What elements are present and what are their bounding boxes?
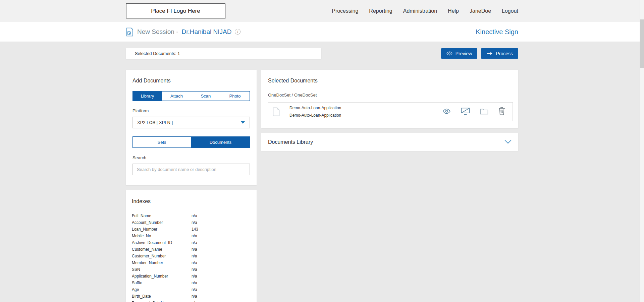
index-label: Document_Set_Name: [132, 300, 192, 302]
index-value: n/a: [192, 239, 197, 246]
nav-item-logout[interactable]: Logout: [502, 8, 518, 14]
index-label: Account_Number: [132, 219, 192, 226]
index-label: Birth_Date: [132, 293, 192, 300]
indexes-title: Indexes: [132, 198, 251, 204]
document-description: Demo-Auto-Loan-Application: [289, 113, 341, 118]
document-icon: [273, 107, 280, 116]
index-row: Suffixn/a: [132, 280, 251, 286]
index-row: Document_Set_Namen/a: [132, 300, 251, 302]
session-recipient-name: Dr.Hanibal NIJAD: [182, 28, 232, 36]
process-button-label: Process: [496, 51, 513, 56]
preview-button-label: Preview: [455, 51, 472, 56]
info-icon[interactable]: i: [235, 29, 240, 35]
index-label: Loan_Number: [132, 226, 192, 233]
index-row: Agen/a: [132, 286, 251, 293]
top-nav: Processing Reporting Administration Help…: [332, 8, 518, 14]
index-row: Full_Namen/a: [132, 213, 251, 219]
platform-label: Platform: [132, 108, 250, 113]
delete-document-button[interactable]: [498, 107, 505, 116]
product-name: Kinective Sign: [476, 28, 518, 36]
folder-icon: [480, 108, 488, 116]
scrollbar[interactable]: [640, 0, 644, 302]
documents-toggle-button[interactable]: Documents: [191, 136, 250, 148]
documents-library-panel[interactable]: Documents Library: [261, 133, 518, 151]
index-value: n/a: [192, 300, 197, 302]
page-header: New Session - Dr.Hanibal NIJAD i Kinecti…: [0, 22, 644, 42]
eye-icon: [446, 51, 452, 56]
add-documents-title: Add Documents: [132, 78, 250, 84]
index-value: n/a: [192, 233, 197, 239]
index-row: Application_Numbern/a: [132, 273, 251, 280]
documents-library-title: Documents Library: [268, 139, 313, 145]
arrow-right-icon: [486, 51, 493, 56]
sets-documents-toggle: Sets Documents: [132, 136, 250, 148]
index-label: Archive_Document_ID: [132, 239, 192, 246]
selected-documents-summary-bar: Selected Documents: 1: [126, 48, 321, 59]
add-documents-panel: Add Documents Library Attach Scan Photo …: [126, 70, 257, 185]
index-value: n/a: [192, 280, 197, 286]
index-value: n/a: [192, 246, 197, 253]
fi-logo-text: Place FI Logo Here: [151, 8, 200, 14]
index-value: n/a: [192, 293, 197, 300]
index-label: Customer_Name: [132, 246, 192, 253]
right-column: Selected Documents OneDocSet / OneDocSet…: [261, 70, 518, 151]
scrollbar-thumb[interactable]: [640, 19, 644, 68]
index-label: Customer_Number: [132, 253, 192, 259]
session-title: New Session -: [137, 28, 178, 36]
selected-documents-count: Selected Documents: 1: [135, 51, 180, 56]
monitor-off-icon: [461, 107, 470, 116]
chevron-down-icon: [240, 121, 245, 124]
search-label: Search: [132, 155, 250, 160]
process-button[interactable]: Process: [481, 48, 518, 59]
indexes-panel: Indexes Full_Namen/a Account_Numbern/a L…: [126, 190, 257, 302]
nav-item-reporting[interactable]: Reporting: [369, 8, 392, 14]
index-value: 143: [192, 226, 198, 233]
main-content: Selected Documents: 1 Preview: [0, 42, 644, 302]
tab-library[interactable]: Library: [133, 92, 162, 101]
index-value: n/a: [192, 213, 197, 219]
eye-icon: [442, 109, 451, 115]
tab-scan[interactable]: Scan: [191, 92, 220, 101]
toolbar-buttons: Preview Process: [441, 48, 518, 59]
index-value: n/a: [192, 266, 197, 273]
push-to-screen-button[interactable]: [461, 107, 470, 116]
add-documents-tabs: Library Attach Scan Photo: [132, 91, 250, 101]
index-label: Age: [132, 286, 192, 293]
tab-attach[interactable]: Attach: [162, 92, 191, 101]
index-row: Customer_Namen/a: [132, 246, 251, 253]
nav-item-help[interactable]: Help: [448, 8, 459, 14]
index-value: n/a: [192, 286, 197, 293]
document-actions: [442, 107, 505, 116]
platform-select[interactable]: XP2 LOS [ XPLN ]: [132, 117, 250, 128]
nav-item-user[interactable]: JaneDoe: [470, 8, 491, 14]
session-clock-document-icon: [126, 27, 134, 37]
left-column: Add Documents Library Attach Scan Photo …: [126, 70, 257, 302]
preview-document-button[interactable]: [442, 109, 451, 115]
index-label: Mobile_No: [132, 233, 192, 239]
index-label: Application_Number: [132, 273, 192, 280]
index-label: SSN: [132, 266, 192, 273]
index-row: Customer_Numbern/a: [132, 253, 251, 259]
tab-photo[interactable]: Photo: [220, 92, 250, 101]
index-row: Archive_Document_IDn/a: [132, 239, 251, 246]
index-row: SSNn/a: [132, 266, 251, 273]
preview-button[interactable]: Preview: [441, 48, 478, 59]
sets-toggle-button[interactable]: Sets: [132, 136, 191, 148]
index-row: Mobile_Non/a: [132, 233, 251, 239]
top-nav-bar: Place FI Logo Here Processing Reporting …: [0, 0, 644, 22]
nav-item-processing[interactable]: Processing: [332, 8, 358, 14]
index-value: n/a: [192, 253, 197, 259]
selected-documents-panel: Selected Documents OneDocSet / OneDocSet…: [261, 70, 518, 128]
selected-documents-title: Selected Documents: [268, 78, 513, 84]
index-value: n/a: [192, 259, 197, 266]
move-to-folder-button[interactable]: [480, 108, 488, 116]
index-value: n/a: [192, 273, 197, 280]
document-name: Demo-Auto-Loan-Application: [289, 106, 341, 110]
platform-select-value: XP2 LOS [ XPLN ]: [137, 120, 173, 125]
search-input[interactable]: [132, 164, 250, 175]
index-row: Loan_Number143: [132, 226, 251, 233]
chevron-down-icon: [504, 139, 512, 145]
index-row: Birth_Daten/a: [132, 293, 251, 300]
nav-item-administration[interactable]: Administration: [403, 8, 437, 14]
toolbar-row: Selected Documents: 1 Preview: [126, 48, 518, 59]
